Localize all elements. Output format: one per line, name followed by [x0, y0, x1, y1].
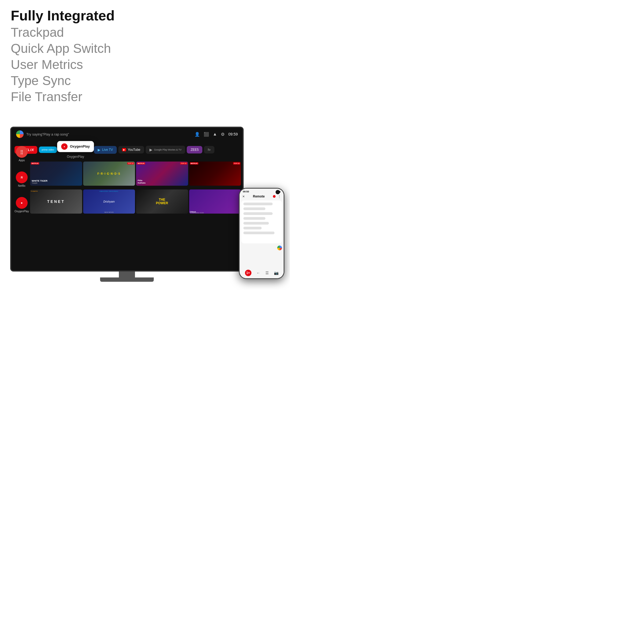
the-power-thumb[interactable]: THEPOWER	[136, 189, 188, 214]
phone-screen: 09:50 ▲ ▮ ✕ Remote ⋮	[240, 189, 284, 278]
netflix-badge-3: NETFLIX	[137, 162, 145, 164]
google-play-icon: ▶	[149, 148, 152, 152]
livetv-label: Live TV	[102, 148, 113, 152]
youtube-chip[interactable]: ▶ YouTube	[118, 146, 144, 153]
prime-label: prime video	[42, 148, 54, 151]
power-text: THEPOWER	[156, 198, 168, 205]
new-movie-label: NEW MOVIE	[104, 211, 114, 213]
remote-controls	[243, 203, 280, 234]
google-play-chip[interactable]: ▶ Google Play Movies & TV	[146, 146, 185, 154]
google-assistant-icon	[16, 130, 24, 138]
top10-badge-4: TOP 10	[233, 162, 240, 164]
phone-bottom-bar: 1+ ← ☰ 📷	[240, 268, 284, 278]
apps-circle-icon: ⣿	[16, 146, 28, 158]
phone-wrapper: 09:50 ▲ ▮ ✕ Remote ⋮	[239, 188, 284, 279]
apps-label: Apps	[19, 159, 25, 162]
camera-phone-icon[interactable]: 📷	[274, 271, 279, 275]
remote-row-1	[243, 203, 273, 205]
power-indicator	[273, 195, 276, 198]
google-assistant-phone-icon[interactable]	[277, 246, 282, 250]
input-icon: ⬛	[204, 132, 209, 137]
oxygenplay-chip[interactable]: ● OxygenPlay OxygenPlay	[57, 141, 94, 159]
remote-row-7	[243, 232, 275, 234]
more-label: h›	[208, 148, 211, 152]
amazon-label: AMAZON ORIGINAL	[100, 191, 119, 192]
google-row	[240, 244, 284, 251]
oxygenplay-card: ● OxygenPlay	[57, 141, 94, 152]
phone-topbar: ✕ Remote ⋮	[240, 193, 284, 199]
pitta-kathalu-thumb[interactable]: NETFLIX TOP 10 Pitta Kathalu	[136, 162, 188, 186]
netflix-4-thumb[interactable]: NETFLIX TOP 10	[189, 162, 241, 186]
back-icon[interactable]: ←	[257, 271, 260, 275]
friends-thumb[interactable]: F·R·I·E·N·D·S TOP 10	[83, 162, 135, 186]
phone-menu-icon[interactable]: ⋮	[278, 195, 281, 198]
oxygenplay-sidebar-label: OxygenPlay	[14, 210, 29, 213]
content-row-2: hungama TENET AMAZON ORIGINAL Drishyam N…	[11, 188, 243, 214]
phone-clock: 09:50	[243, 190, 249, 193]
home-icon[interactable]: ☰	[265, 271, 269, 275]
phone-topbar-icons: ⋮	[273, 195, 281, 198]
content-row-1: NETFLIX WHITE TIGER TIGER F·R·I·E·N·D·S …	[11, 160, 243, 186]
white-tiger-thumb[interactable]: NETFLIX WHITE TIGER TIGER	[30, 162, 82, 186]
tv-screen: Try saying"Play a rap song" 👤 ⬛ ▲ ⚙ 09:5…	[11, 128, 243, 270]
account-icon: 👤	[195, 132, 200, 137]
tv-clock: 09:59	[228, 132, 238, 136]
prime-video-chip[interactable]: prime video	[39, 147, 57, 153]
sidebar-netflix[interactable]: N Netflix	[14, 171, 29, 187]
remote-row-4	[243, 217, 265, 220]
tv-topbar-right: 👤 ⬛ ▲ ⚙ 09:59	[195, 132, 238, 137]
tv-stand-base	[100, 277, 154, 282]
zee5-label: ZEE5	[191, 148, 199, 152]
settings-icon: ⚙	[221, 132, 225, 137]
wifi-icon: ▲	[213, 132, 217, 137]
features-list: Trackpad Quick App Switch User Metrics T…	[11, 24, 115, 105]
oxygenplay-circle-icon: ●	[16, 197, 28, 209]
app-row: NETFLIX prime video ● OxygenPlay OxygenP…	[11, 141, 243, 158]
tv-stand-neck	[119, 272, 135, 277]
sidebar-oxygenplay[interactable]: ● OxygenPlay	[14, 197, 29, 213]
remote-row-3	[243, 212, 273, 215]
phone-statusbar: 09:50 ▲ ▮	[240, 189, 284, 193]
sidebar-apps[interactable]: ⣿ Apps	[14, 146, 29, 162]
tv-topbar: Try saying"Play a rap song" 👤 ⬛ ▲ ⚙ 09:5…	[11, 128, 243, 141]
phone-camera	[276, 190, 280, 194]
oxygenplay-icon: ●	[61, 143, 68, 150]
more-apps-chip[interactable]: h›	[204, 146, 214, 153]
netflix-badge-1: NETFLIX	[31, 162, 39, 164]
tenet-thumb[interactable]: hungama TENET	[30, 189, 82, 214]
top10-badge-pitta: TOP 10	[180, 162, 187, 164]
friends-text: F·R·I·E·N·D·S	[97, 172, 121, 175]
youtube-icon: ▶	[122, 148, 126, 151]
phone-nav-icons: 1+ ← ☰ 📷	[242, 270, 281, 276]
drishyam-text: Drishyam	[103, 200, 115, 203]
oneplus-icon[interactable]: 1+	[245, 270, 251, 276]
header-section: Fully Integrated Trackpad Quick App Swit…	[11, 8, 115, 105]
feature-file-transfer: File Transfer	[11, 89, 115, 105]
feature-quick-app: Quick App Switch	[11, 41, 115, 57]
feature-trackpad: Trackpad	[11, 24, 115, 41]
oxygenplay-card-label: OxygenPlay	[70, 145, 90, 149]
remote-row-6	[243, 227, 262, 229]
assistant-prompt: Try saying"Play a rap song"	[26, 132, 69, 136]
tv-frame: Try saying"Play a rap song" 👤 ⬛ ▲ ⚙ 09:5…	[10, 127, 244, 272]
phone-frame: 09:50 ▲ ▮ ✕ Remote ⋮	[239, 188, 284, 279]
tenet-text: TENET	[47, 199, 65, 204]
top10-badge-friends: TOP 10	[127, 162, 134, 164]
remote-row-2	[243, 207, 265, 210]
phone-close-button[interactable]: ✕	[242, 195, 245, 198]
zee5-chip[interactable]: ZEE5	[187, 146, 202, 153]
livetv-chip[interactable]: ▶ Live TV	[94, 146, 116, 154]
feature-type-sync: Type Sync	[11, 73, 115, 89]
youtube-label: YouTube	[128, 148, 140, 152]
tv-topbar-left: Try saying"Play a rap song"	[16, 130, 69, 138]
oxygenplay-popup-label: OxygenPlay	[67, 155, 84, 158]
tv-sidebar: ⣿ Apps N Netflix ● OxygenPlay	[14, 146, 29, 213]
drishyam-thumb[interactable]: AMAZON ORIGINAL Drishyam NEW MOVIE	[83, 189, 135, 214]
tv-wrapper: Try saying"Play a rap song" 👤 ⬛ ▲ ⚙ 09:5…	[10, 127, 244, 282]
netflix-circle-icon: N	[16, 171, 28, 183]
feature-user-metrics: User Metrics	[11, 57, 115, 73]
netflix-sidebar-label: Netflix	[18, 184, 25, 187]
netflix-badge-4: NETFLIX	[190, 162, 198, 164]
google-play-label: Google Play Movies & TV	[154, 148, 181, 151]
chhori-thumb[interactable]: Chhori STREAMING NOW	[189, 189, 241, 214]
